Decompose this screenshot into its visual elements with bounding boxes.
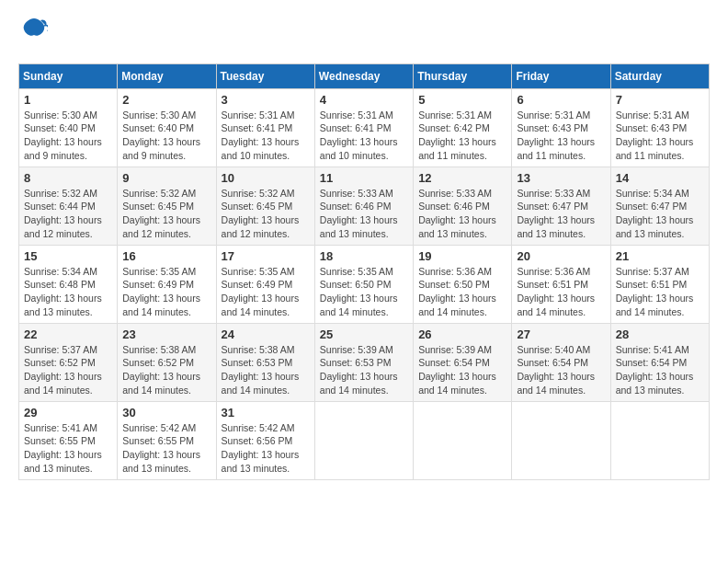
day-number: 12: [418, 171, 506, 185]
day-number: 23: [122, 327, 210, 341]
day-info: Sunrise: 5:36 AMSunset: 6:50 PMDaylight:…: [418, 266, 496, 317]
weekday-header-monday: Monday: [118, 63, 216, 88]
calendar-week-3: 15 Sunrise: 5:34 AMSunset: 6:48 PMDaylig…: [19, 245, 710, 323]
day-number: 27: [517, 327, 605, 341]
calendar-cell: 29 Sunrise: 5:41 AMSunset: 6:55 PMDaylig…: [19, 401, 118, 479]
day-info: Sunrise: 5:41 AMSunset: 6:54 PMDaylight:…: [616, 344, 694, 396]
day-info: Sunrise: 5:30 AMSunset: 6:40 PMDaylight:…: [122, 109, 200, 161]
calendar-header-row: SundayMondayTuesdayWednesdayThursdayFrid…: [19, 63, 710, 88]
calendar-cell: 7 Sunrise: 5:31 AMSunset: 6:43 PMDayligh…: [610, 88, 709, 167]
day-number: 29: [24, 406, 112, 419]
day-number: 13: [517, 171, 605, 185]
day-info: Sunrise: 5:38 AMSunset: 6:52 PMDaylight:…: [122, 344, 200, 396]
day-info: Sunrise: 5:36 AMSunset: 6:51 PMDaylight:…: [517, 266, 595, 317]
day-info: Sunrise: 5:31 AMSunset: 6:43 PMDaylight:…: [616, 109, 694, 161]
day-info: Sunrise: 5:42 AMSunset: 6:56 PMDaylight:…: [222, 422, 300, 474]
day-info: Sunrise: 5:40 AMSunset: 6:54 PMDaylight:…: [517, 344, 595, 396]
day-number: 1: [24, 93, 112, 107]
calendar-cell: 16 Sunrise: 5:35 AMSunset: 6:49 PMDaylig…: [118, 245, 216, 323]
day-info: Sunrise: 5:31 AMSunset: 6:42 PMDaylight:…: [418, 109, 496, 161]
weekday-header-friday: Friday: [512, 63, 610, 88]
day-info: Sunrise: 5:30 AMSunset: 6:40 PMDaylight:…: [24, 109, 102, 161]
day-info: Sunrise: 5:33 AMSunset: 6:47 PMDaylight:…: [517, 188, 595, 239]
day-info: Sunrise: 5:35 AMSunset: 6:50 PMDaylight:…: [320, 266, 398, 317]
calendar-table: SundayMondayTuesdayWednesdayThursdayFrid…: [18, 63, 710, 480]
calendar-cell: 20 Sunrise: 5:36 AMSunset: 6:51 PMDaylig…: [512, 245, 610, 323]
weekday-header-tuesday: Tuesday: [216, 63, 314, 88]
calendar-cell: 19 Sunrise: 5:36 AMSunset: 6:50 PMDaylig…: [414, 245, 512, 323]
day-number: 5: [418, 93, 506, 107]
calendar-cell: [512, 401, 610, 479]
day-number: 16: [122, 249, 210, 263]
calendar-week-2: 8 Sunrise: 5:32 AMSunset: 6:44 PMDayligh…: [19, 167, 710, 245]
day-number: 18: [320, 249, 408, 263]
calendar-cell: 31 Sunrise: 5:42 AMSunset: 6:56 PMDaylig…: [216, 401, 314, 479]
calendar-cell: 24 Sunrise: 5:38 AMSunset: 6:53 PMDaylig…: [216, 323, 314, 401]
day-info: Sunrise: 5:39 AMSunset: 6:53 PMDaylight:…: [320, 344, 398, 396]
day-info: Sunrise: 5:37 AMSunset: 6:51 PMDaylight:…: [616, 266, 694, 317]
calendar-cell: 18 Sunrise: 5:35 AMSunset: 6:50 PMDaylig…: [314, 245, 413, 323]
calendar-cell: 10 Sunrise: 5:32 AMSunset: 6:45 PMDaylig…: [216, 167, 314, 245]
day-number: 30: [122, 406, 210, 419]
day-number: 8: [24, 171, 112, 185]
day-info: Sunrise: 5:32 AMSunset: 6:44 PMDaylight:…: [24, 188, 102, 239]
day-number: 7: [616, 93, 704, 107]
calendar-cell: 25 Sunrise: 5:39 AMSunset: 6:53 PMDaylig…: [314, 323, 413, 401]
page-header: [18, 18, 710, 56]
day-info: Sunrise: 5:39 AMSunset: 6:54 PMDaylight:…: [418, 344, 496, 396]
day-info: Sunrise: 5:35 AMSunset: 6:49 PMDaylight:…: [122, 266, 200, 317]
day-number: 25: [320, 327, 408, 341]
calendar-cell: 2 Sunrise: 5:30 AMSunset: 6:40 PMDayligh…: [118, 88, 216, 167]
day-number: 31: [222, 406, 310, 419]
day-info: Sunrise: 5:38 AMSunset: 6:53 PMDaylight:…: [222, 344, 300, 396]
calendar-cell: 28 Sunrise: 5:41 AMSunset: 6:54 PMDaylig…: [610, 323, 709, 401]
calendar-cell: 13 Sunrise: 5:33 AMSunset: 6:47 PMDaylig…: [512, 167, 610, 245]
day-number: 9: [122, 171, 210, 185]
calendar-cell: 6 Sunrise: 5:31 AMSunset: 6:43 PMDayligh…: [512, 88, 610, 167]
calendar-week-5: 29 Sunrise: 5:41 AMSunset: 6:55 PMDaylig…: [19, 401, 710, 479]
calendar-cell: 1 Sunrise: 5:30 AMSunset: 6:40 PMDayligh…: [19, 88, 118, 167]
calendar-cell: 21 Sunrise: 5:37 AMSunset: 6:51 PMDaylig…: [610, 245, 709, 323]
calendar-cell: [314, 401, 413, 479]
calendar-cell: 3 Sunrise: 5:31 AMSunset: 6:41 PMDayligh…: [216, 88, 314, 167]
day-info: Sunrise: 5:34 AMSunset: 6:48 PMDaylight:…: [24, 266, 102, 317]
calendar-cell: 9 Sunrise: 5:32 AMSunset: 6:45 PMDayligh…: [118, 167, 216, 245]
calendar-cell: 5 Sunrise: 5:31 AMSunset: 6:42 PMDayligh…: [414, 88, 512, 167]
calendar-body: 1 Sunrise: 5:30 AMSunset: 6:40 PMDayligh…: [19, 88, 710, 479]
day-info: Sunrise: 5:32 AMSunset: 6:45 PMDaylight:…: [222, 188, 300, 239]
calendar-cell: 8 Sunrise: 5:32 AMSunset: 6:44 PMDayligh…: [19, 167, 118, 245]
day-number: 11: [320, 171, 408, 185]
day-number: 26: [418, 327, 506, 341]
calendar-cell: 30 Sunrise: 5:42 AMSunset: 6:55 PMDaylig…: [118, 401, 216, 479]
day-info: Sunrise: 5:42 AMSunset: 6:55 PMDaylight:…: [122, 422, 200, 474]
weekday-header-wednesday: Wednesday: [314, 63, 413, 88]
calendar-cell: 27 Sunrise: 5:40 AMSunset: 6:54 PMDaylig…: [512, 323, 610, 401]
day-number: 6: [517, 93, 605, 107]
day-number: 19: [418, 249, 506, 263]
day-info: Sunrise: 5:35 AMSunset: 6:49 PMDaylight:…: [222, 266, 300, 317]
day-number: 21: [616, 249, 704, 263]
day-number: 24: [222, 327, 310, 341]
calendar-cell: [414, 401, 512, 479]
day-info: Sunrise: 5:33 AMSunset: 6:46 PMDaylight:…: [418, 188, 496, 239]
calendar-cell: 14 Sunrise: 5:34 AMSunset: 6:47 PMDaylig…: [610, 167, 709, 245]
day-info: Sunrise: 5:33 AMSunset: 6:46 PMDaylight:…: [320, 188, 398, 239]
day-info: Sunrise: 5:31 AMSunset: 6:43 PMDaylight:…: [517, 109, 595, 161]
day-info: Sunrise: 5:41 AMSunset: 6:55 PMDaylight:…: [24, 422, 102, 474]
day-info: Sunrise: 5:31 AMSunset: 6:41 PMDaylight:…: [320, 109, 398, 161]
calendar-cell: [610, 401, 709, 479]
day-number: 14: [616, 171, 704, 185]
day-number: 15: [24, 249, 112, 263]
day-number: 10: [222, 171, 310, 185]
day-number: 3: [222, 93, 310, 107]
calendar-cell: 26 Sunrise: 5:39 AMSunset: 6:54 PMDaylig…: [414, 323, 512, 401]
calendar-cell: 11 Sunrise: 5:33 AMSunset: 6:46 PMDaylig…: [314, 167, 413, 245]
calendar-week-1: 1 Sunrise: 5:30 AMSunset: 6:40 PMDayligh…: [19, 88, 710, 167]
day-number: 4: [320, 93, 408, 107]
calendar-cell: 23 Sunrise: 5:38 AMSunset: 6:52 PMDaylig…: [118, 323, 216, 401]
day-info: Sunrise: 5:32 AMSunset: 6:45 PMDaylight:…: [122, 188, 200, 239]
day-number: 22: [24, 327, 112, 341]
day-info: Sunrise: 5:31 AMSunset: 6:41 PMDaylight:…: [222, 109, 300, 161]
day-number: 28: [616, 327, 704, 341]
logo-bird-icon: [20, 17, 48, 42]
